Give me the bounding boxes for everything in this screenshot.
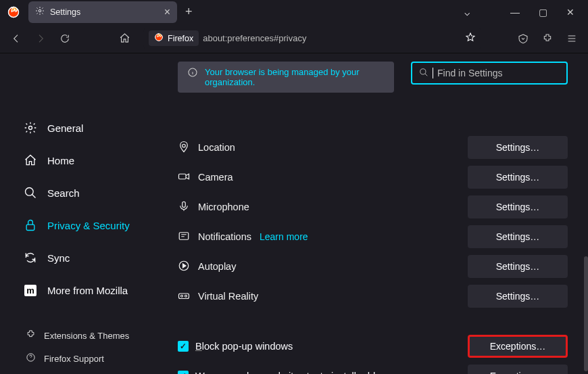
addons-exceptions-button[interactable]: Exceptions…	[468, 365, 568, 374]
sidebar-label: General	[47, 122, 83, 134]
popup-exceptions-button[interactable]: Exceptions…	[468, 335, 568, 358]
location-label: Location	[198, 142, 235, 153]
search-placeholder: Find in Settings	[437, 68, 503, 78]
vr-settings-button[interactable]: Settings…	[468, 285, 568, 308]
svg-rect-5	[26, 225, 34, 230]
settings-search-input[interactable]: Find in Settings	[411, 62, 568, 85]
browser-tab[interactable]: Settings ×	[28, 1, 177, 23]
sync-icon	[23, 251, 38, 264]
camera-settings-button[interactable]: Settings…	[468, 166, 568, 189]
block-popups-checkbox[interactable]: ✓	[178, 341, 189, 352]
tab-title: Settings	[50, 7, 159, 17]
tab-list-chevron-icon[interactable]: ⌵	[464, 7, 470, 18]
autoplay-icon	[178, 260, 190, 274]
svg-rect-11	[182, 202, 186, 207]
gear-icon	[23, 121, 38, 135]
svg-rect-10	[179, 174, 187, 179]
window-minimize-button[interactable]: —	[510, 7, 520, 18]
svg-point-1	[39, 9, 41, 12]
svg-point-9	[182, 144, 186, 147]
sidebar-label: Privacy & Security	[47, 220, 130, 231]
svg-point-4	[26, 188, 34, 196]
block-popups-label: Block pop-up windows	[195, 341, 461, 352]
nav-home-button[interactable]	[114, 28, 135, 49]
pocket-icon[interactable]	[512, 28, 534, 49]
banner-text: Your browser is being managed by your or…	[205, 67, 385, 87]
autoplay-label: Autoplay	[198, 261, 236, 272]
firefox-logo-icon	[0, 5, 27, 19]
sidebar-firefox-support[interactable]: Firefox Support	[26, 347, 166, 370]
sidebar-label: Sync	[47, 252, 70, 264]
info-icon	[187, 67, 198, 87]
new-tab-button[interactable]: +	[185, 5, 193, 19]
managed-org-banner: Your browser is being managed by your or…	[178, 62, 394, 93]
settings-main-panel: Your browser is being managed by your or…	[166, 53, 588, 374]
svg-rect-12	[179, 232, 189, 239]
location-settings-button[interactable]: Settings…	[468, 136, 568, 159]
lock-icon	[23, 218, 38, 232]
scrollbar-thumb[interactable]	[584, 256, 588, 371]
window-maximize-button[interactable]: ▢	[539, 7, 547, 18]
location-icon	[178, 141, 190, 155]
bookmark-star-icon[interactable]	[465, 32, 476, 45]
sidebar-sub-label: Extensions & Themes	[44, 331, 129, 341]
sidebar-item-sync[interactable]: Sync	[23, 244, 166, 271]
app-menu-icon[interactable]	[561, 28, 583, 49]
identity-label: Firefox	[168, 34, 193, 43]
notifications-learn-more-link[interactable]: Learn more	[260, 231, 308, 242]
svg-point-16	[185, 295, 187, 297]
title-bar: Settings × + ⌵ — ▢ ✕	[0, 0, 588, 24]
notifications-label: Notifications	[198, 231, 251, 242]
svg-point-15	[181, 295, 183, 297]
svg-point-8	[420, 68, 426, 74]
home-icon	[23, 154, 38, 167]
gear-icon	[35, 6, 45, 18]
puzzle-icon	[26, 329, 36, 342]
nav-reload-button[interactable]	[54, 28, 76, 49]
url-text: about:preferences#privacy	[203, 33, 461, 43]
warn-addons-checkbox[interactable]: ✓	[178, 371, 189, 374]
search-icon	[23, 186, 38, 200]
help-icon	[26, 352, 36, 365]
microphone-label: Microphone	[198, 202, 249, 212]
nav-back-button[interactable]	[5, 28, 27, 49]
svg-rect-14	[179, 294, 189, 299]
vr-icon	[178, 289, 190, 304]
microphone-settings-button[interactable]: Settings…	[468, 195, 568, 218]
sidebar-label: More from Mozilla	[47, 285, 128, 296]
nav-forward-button[interactable]	[30, 28, 51, 49]
identity-box[interactable]: Firefox	[149, 30, 199, 46]
sidebar-item-home[interactable]: Home	[23, 147, 166, 174]
url-bar[interactable]: Firefox about:preferences#privacy	[143, 28, 481, 49]
notifications-icon	[178, 230, 190, 244]
search-icon	[419, 68, 428, 79]
window-close-button[interactable]: ✕	[566, 7, 574, 18]
sidebar-label: Home	[47, 155, 74, 166]
sidebar-item-search[interactable]: Search	[23, 179, 166, 206]
sidebar-item-more-mozilla[interactable]: m More from Mozilla	[23, 277, 166, 304]
extensions-icon[interactable]	[537, 28, 558, 49]
warn-addons-label: Warn you when websites try to install ad…	[195, 371, 461, 374]
navigation-toolbar: Firefox about:preferences#privacy	[0, 24, 588, 53]
vr-label: Virtual Reality	[198, 291, 258, 302]
sidebar-extensions-themes[interactable]: Extensions & Themes	[26, 324, 166, 347]
camera-icon	[178, 170, 190, 185]
mozilla-icon: m	[23, 285, 38, 296]
sidebar-item-privacy[interactable]: Privacy & Security	[23, 212, 166, 239]
sidebar-item-general[interactable]: General	[23, 114, 166, 141]
svg-point-3	[29, 126, 32, 130]
camera-label: Camera	[198, 172, 233, 183]
sidebar-sub-label: Firefox Support	[44, 354, 104, 364]
microphone-icon	[178, 200, 190, 214]
settings-sidebar: General Home Search Privacy & Security S…	[0, 53, 166, 374]
firefox-logo-icon	[154, 32, 164, 44]
autoplay-settings-button[interactable]: Settings…	[468, 255, 568, 278]
notifications-settings-button[interactable]: Settings…	[468, 225, 568, 248]
tab-close-icon[interactable]: ×	[164, 6, 170, 18]
sidebar-label: Search	[47, 187, 80, 199]
